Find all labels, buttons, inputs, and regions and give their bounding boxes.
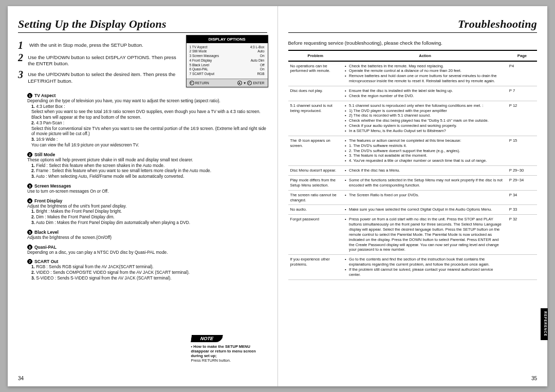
section-number-icon: 2 [27, 152, 32, 157]
enter-icon: ▲▼ ↲ENTER [237, 81, 264, 85]
action-item: 1. The DVD's software restricts it. [345, 143, 505, 148]
cell-problem: No audio. [288, 205, 343, 215]
cell-action: Go to the contents and find the section … [343, 255, 507, 279]
cell-action: 5.1 channel sound is reproduced only whe… [343, 101, 507, 136]
page-left: Setting Up the Display Options 1 With th… [8, 6, 278, 386]
action-item: Operate the remote control at a distance… [345, 68, 505, 73]
step-text: With the unit in Stop mode, press the SE… [29, 40, 143, 49]
section-head: 7SCART Out [27, 259, 267, 264]
action-item: 5.1 channel sound is reproduced only whe… [345, 103, 505, 108]
cell-page: P 29~30 [507, 166, 537, 176]
step-text: Use the UP/DOWN button to select DISPLAY… [28, 52, 182, 68]
cell-action: The features or action cannot be complet… [343, 136, 507, 165]
page-number-right: 35 [531, 376, 537, 381]
page-title: Setting Up the Display Options [18, 17, 267, 33]
option-section: 7SCART Out1. RGB : Sends RGB signal from… [27, 259, 267, 281]
section-items: 1. RGB : Sends RGB signal from the AV JA… [27, 264, 267, 281]
cell-problem: Play mode differs from the Setup Menu se… [288, 175, 343, 190]
osd-body: 1 TV Aspect4:3 L-Box 2 Still ModeAuto 3 … [187, 43, 268, 79]
cell-page: P 12 [507, 101, 537, 136]
section-head: 4Front Display [27, 198, 267, 203]
page-title: Troubleshooting [288, 17, 538, 33]
table-row: Forgot passwordPress power on from a col… [288, 215, 538, 255]
action-item: Check the region number of the DVD. [345, 94, 505, 99]
table-row: 5.1 channel sound is not being reproduce… [288, 101, 538, 136]
action-item: The Screen Ratio is fixed on your DVDs. [345, 193, 505, 198]
cell-action: Ensure that the disc is installed with t… [343, 86, 507, 101]
section-intro: Use to turn on-screen messages On or Off… [27, 189, 267, 194]
cell-action: Press power on from a cold start with no… [343, 215, 507, 255]
table-row: The ⊘ icon appears on screen.The feature… [288, 136, 538, 165]
step-text: Use the UP/DOWN button to select the des… [28, 69, 182, 85]
cell-page: P 33 [507, 205, 537, 215]
action-item: 2) The disc is recorded with 5.1 channel… [345, 113, 505, 118]
steps: 1 With the unit in Stop mode, press the … [18, 40, 182, 85]
option-sections: 1TV AspectDepending on the type of telev… [18, 93, 267, 281]
cell-problem: No operations can be performed with remo… [288, 61, 343, 86]
action-item: Some of the functions selected in the Se… [345, 178, 505, 188]
cell-page: P 29~34 [507, 175, 537, 190]
action-item: Go to the contents and find the section … [345, 257, 505, 267]
section-head: 3Screen Messages [27, 183, 267, 189]
section-item: 3. 16:9 Wide :You can view the full 16:9… [31, 137, 267, 148]
th-page: Page [507, 50, 537, 61]
section-items: 1. 4:3 Letter Box :Select when you want … [27, 104, 267, 148]
table-row: The screen ratio cannot be changed.The S… [288, 190, 538, 205]
note-body: Press RETURN button. [191, 358, 268, 363]
action-item: 3. The feature is not available at the m… [345, 153, 505, 158]
osd-row: 4 Front DisplayAuto Dim [190, 59, 265, 63]
step-number: 2 [18, 52, 24, 63]
section-item: 1. Field : Select this feature when the … [31, 163, 267, 169]
section-number-icon: 1 [27, 93, 32, 98]
action-item: Make sure you have selected the correct … [345, 207, 505, 212]
cell-page: P 34 [507, 190, 537, 205]
option-section: 6Quasi-PALDepending on a disc, you can p… [27, 245, 267, 255]
cell-problem: Forgot password [288, 215, 343, 255]
section-head: 2Still Mode [27, 152, 267, 157]
note-head: • How to make the SETUP MENU disappear o… [191, 344, 268, 358]
osd-title: DISPLAY OPTIONS [187, 35, 268, 43]
action-item: Check the batteries in the remote. May n… [345, 64, 505, 69]
page-right: Troubleshooting Before requesting servic… [278, 6, 548, 386]
cell-action: Check if the disc has a Menu. [343, 166, 507, 176]
cell-page: P4 [507, 61, 537, 86]
osd-row: 2 Still ModeAuto [190, 49, 265, 54]
section-intro: Depending on a disc, you can play a NTSC… [27, 250, 267, 255]
option-section: 4Front DisplayAdjust the brightness of t… [27, 198, 267, 226]
section-item: 2. VIDEO : Sends COMPOSITE VIDEO signal … [31, 270, 267, 275]
cell-problem: 5.1 channel sound is not being reproduce… [288, 101, 343, 136]
option-section: 3Screen MessagesUse to turn on-screen me… [27, 183, 267, 194]
action-item: Check whether the disc being played has … [345, 118, 505, 123]
section-head: 1TV Aspect [27, 93, 267, 98]
troubleshooting-table: Problem Action Page No operations can be… [288, 50, 538, 280]
page-number-left: 34 [18, 376, 24, 381]
section-item: 1. 4:3 Letter Box :Select when you want … [31, 104, 267, 120]
action-item: 4. You've requested a title or chapter n… [345, 158, 505, 163]
osd-row: 7 SCART OutputRGB [190, 72, 265, 77]
table-row: Disc does not play.Ensure that the disc … [288, 86, 538, 101]
osd-row: 3 Screen MassagesOn [190, 54, 265, 59]
section-intro: These options will help prevent picture … [27, 157, 267, 163]
section-intro: Depending on the type of television you … [27, 98, 267, 104]
section-intro: Adjust the brightness of the unit's fron… [27, 203, 267, 209]
return-icon: ↵RETURN [190, 81, 209, 85]
cell-action: Some of the functions selected in the Se… [343, 175, 507, 190]
section-items: 1. Bright : Makes the Front Panel Displa… [27, 209, 267, 225]
th-action: Action [343, 50, 507, 61]
section-item: 3. S-VIDEO : Sends S-VIDEO signal from t… [31, 275, 267, 281]
action-item: The features or action cannot be complet… [345, 138, 505, 143]
cell-problem: If you experience other problems. [288, 255, 343, 279]
table-row: If you experience other problems.Go to t… [288, 255, 538, 279]
action-item: If the problem still cannot be solved, p… [345, 267, 505, 277]
option-section: 2Still ModeThese options will help preve… [27, 152, 267, 179]
section-intro: Adjusts the brightness of the screen.(On… [27, 235, 267, 240]
cell-page: P 7 [507, 86, 537, 101]
section-number-icon: 6 [27, 245, 32, 250]
action-item: Ensure that the disc is installed with t… [345, 88, 505, 94]
step-number: 3 [18, 69, 24, 80]
action-item: Remove batteries and hold down one or mo… [345, 73, 505, 84]
manual-spread: Setting Up the Display Options 1 With th… [8, 6, 547, 386]
side-tab: REFERENCE [541, 308, 548, 340]
cell-page [507, 255, 537, 279]
action-item: In a SETUP Menu, is the Audio Output set… [345, 128, 505, 134]
